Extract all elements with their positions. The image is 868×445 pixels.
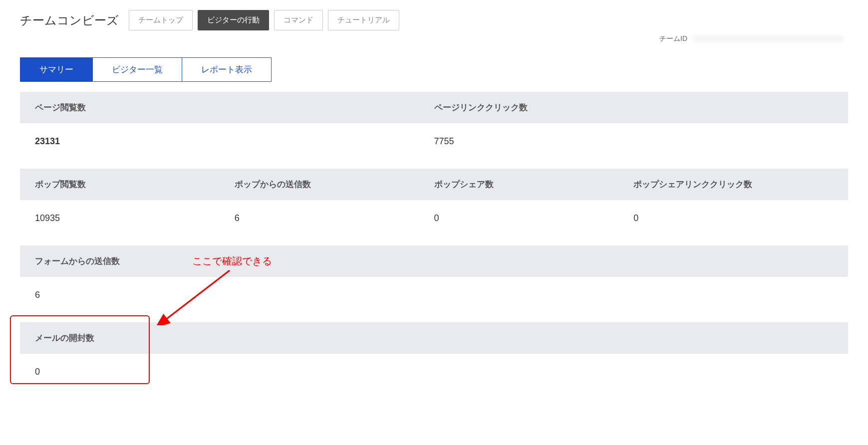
value-pop-share-link-click: 0: [633, 213, 833, 223]
tab-summary[interactable]: サマリー: [20, 57, 93, 82]
teamid-label: チームID: [659, 34, 687, 42]
header-page-views: ページ閲覧数: [35, 102, 434, 113]
value-pop-send[interactable]: 6: [235, 213, 434, 223]
value-mail-open: 0: [35, 367, 833, 377]
nav-buttons: チームトップ ビジターの行動 コマンド チュートリアル: [129, 10, 399, 30]
header-mail-open: メールの開封数: [35, 332, 833, 344]
header-pop-share: ポップシェア数: [434, 179, 634, 190]
teamid-value-blurred: [693, 35, 843, 42]
value-pop-views[interactable]: 10935: [35, 213, 235, 223]
nav-command[interactable]: コマンド: [274, 10, 323, 30]
summary-section-form: フォームからの送信数 6: [20, 245, 848, 313]
summary-section-mail: メールの開封数 0: [20, 322, 848, 390]
value-pop-share: 0: [434, 213, 634, 223]
header-form-send: フォームからの送信数: [35, 255, 833, 267]
header-page-link-clicks: ページリンククリック数: [434, 102, 834, 113]
summary-section-page: ページ閲覧数 ページリンククリック数 23131 7755: [20, 92, 848, 160]
summary-section-pop: ポップ閲覧数 ポップからの送信数 ポップシェア数 ポップシェアリンククリック数 …: [20, 169, 848, 236]
annotation-text: ここで確認できる: [192, 254, 272, 268]
tab-visitor-list[interactable]: ビジター一覧: [92, 57, 182, 82]
value-page-views: 23131: [35, 136, 434, 147]
tab-report-view[interactable]: レポート表示: [182, 57, 272, 82]
header-pop-views: ポップ閲覧数: [35, 179, 235, 190]
tabs: サマリー ビジター一覧 レポート表示: [20, 57, 848, 82]
header-pop-share-link-click: ポップシェアリンククリック数: [633, 179, 833, 190]
header-row: チームコンビーズ チームトップ ビジターの行動 コマンド チュートリアル: [20, 10, 848, 30]
teamid-row: チームID: [20, 34, 848, 43]
nav-visitor-behavior[interactable]: ビジターの行動: [198, 10, 269, 30]
header-pop-send: ポップからの送信数: [235, 179, 434, 190]
value-form-send[interactable]: 6: [35, 290, 833, 300]
value-page-link-clicks: 7755: [434, 136, 834, 147]
nav-tutorial[interactable]: チュートリアル: [328, 10, 399, 30]
nav-team-top[interactable]: チームトップ: [129, 10, 193, 30]
team-title: チームコンビーズ: [20, 12, 119, 28]
